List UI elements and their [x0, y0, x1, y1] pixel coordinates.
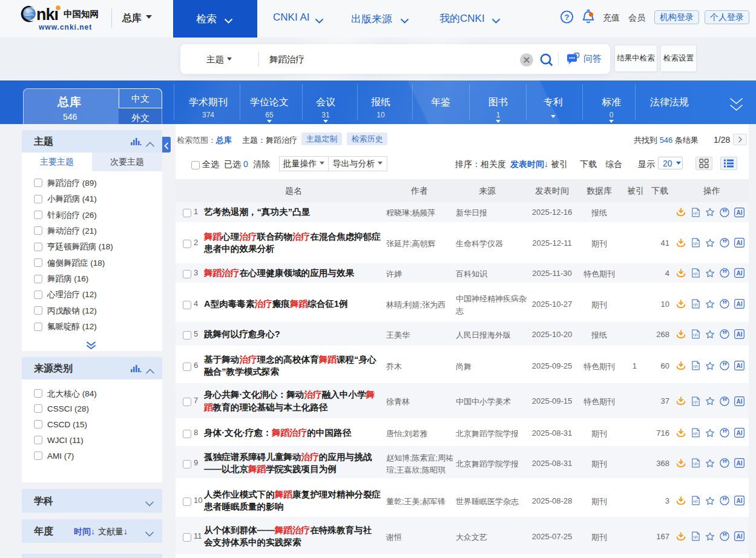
svg-text:”: ”: [722, 531, 728, 541]
svg-text:”: ”: [722, 208, 728, 217]
svg-text:”: ”: [722, 268, 728, 278]
svg-text:AI: AI: [737, 363, 743, 369]
svg-text:”: ”: [722, 458, 728, 468]
svg-text:”: ”: [722, 329, 728, 339]
svg-text:”: ”: [722, 299, 728, 309]
svg-text:nkı: nkı: [36, 5, 58, 24]
svg-text:AI: AI: [737, 270, 743, 277]
svg-text:AI: AI: [737, 398, 743, 405]
svg-text:”: ”: [722, 396, 728, 406]
svg-text:AI: AI: [737, 240, 743, 246]
svg-text:AI: AI: [737, 497, 743, 504]
svg-text:AI: AI: [737, 331, 743, 338]
svg-text:AI: AI: [737, 209, 743, 216]
svg-text:”: ”: [722, 238, 728, 248]
svg-text:AI: AI: [737, 533, 743, 540]
svg-text:”: ”: [722, 496, 728, 505]
svg-text:”: ”: [722, 428, 728, 438]
svg-text:”: ”: [722, 361, 728, 370]
svg-text:?: ?: [565, 13, 570, 22]
svg-text:AI: AI: [737, 430, 743, 436]
svg-text:中国知网: 中国知网: [64, 9, 99, 19]
svg-text:AI: AI: [737, 301, 743, 307]
svg-text:www.cnki.net: www.cnki.net: [38, 23, 92, 31]
svg-text:AI: AI: [737, 460, 743, 467]
